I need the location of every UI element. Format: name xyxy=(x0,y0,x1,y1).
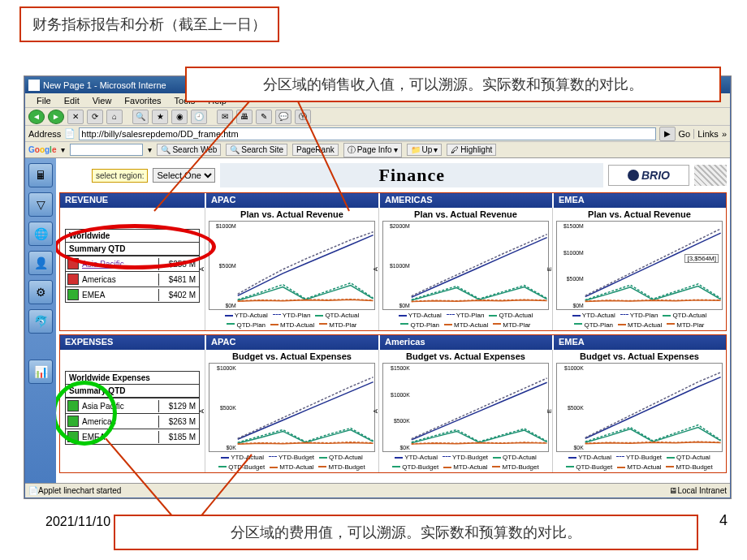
sidebar-globe-icon[interactable]: 🌐 xyxy=(28,222,53,246)
print-button[interactable]: 🖶 xyxy=(236,110,253,124)
legend-item: QTD-Budget xyxy=(566,463,612,472)
home-button[interactable]: ⌂ xyxy=(106,110,123,124)
legend-item: YTD-Actual xyxy=(221,454,264,462)
table-row: Americas $481 M xyxy=(66,271,199,286)
legend-item: QTD-Plan xyxy=(574,321,613,330)
legend-item: QTD-Actual xyxy=(493,454,537,462)
sidebar-funnel-icon[interactable]: ▽ xyxy=(28,192,53,217)
table-row: Asia Pacific $129 M xyxy=(66,398,199,413)
region-select[interactable]: Select One xyxy=(153,168,215,183)
google-search-dropdown-icon[interactable]: ▾ xyxy=(148,145,152,154)
revenue-emea-value: $402 M xyxy=(158,289,199,301)
search-site-button[interactable]: 🔍Search Site xyxy=(226,144,287,156)
svg-text:$0K: $0K xyxy=(227,445,237,450)
extra-button[interactable]: Ⓨ xyxy=(295,110,311,124)
ylabel: E xyxy=(546,409,553,413)
links-label[interactable]: Links xyxy=(693,129,719,139)
svg-text:$1000M: $1000M xyxy=(390,263,410,269)
expenses-apac-name: Asia Pacific xyxy=(80,400,158,412)
legend-item: YTD-Plan xyxy=(620,312,658,320)
chart-legend: YTD-ActualYTD-BudgetQTD-ActualQTD-Budget… xyxy=(382,454,549,471)
status-indicator-red xyxy=(67,258,79,269)
revenue-header-americas: AMERICAS xyxy=(378,193,552,208)
chart-legend: YTD-ActualYTD-PlanQTD-ActualQTD-PlanMTD-… xyxy=(556,312,723,329)
sidebar-chart-icon[interactable]: 📊 xyxy=(28,360,53,384)
legend-item: QTD-Plan xyxy=(227,321,266,330)
svg-text:$0K: $0K xyxy=(574,445,585,450)
up-button[interactable]: 📁Up▾ xyxy=(407,144,443,156)
legend-item: MTD-Actual xyxy=(618,321,662,330)
highlight-button[interactable]: 🖊Highlight xyxy=(447,144,496,156)
search-web-button[interactable]: 🔍Search Web xyxy=(157,144,221,156)
legend-item: MTD-Plar xyxy=(493,321,530,330)
refresh-button[interactable]: ⟳ xyxy=(87,110,103,124)
chart-legend: YTD-ActualYTD-PlanQTD-ActualQTD-PlanMTD-… xyxy=(382,312,549,329)
status-text: Applet linechart started xyxy=(38,486,121,495)
address-input[interactable] xyxy=(79,127,655,140)
revenue-americas-value: $481 M xyxy=(158,274,199,286)
chart-title: Plan vs. Actual Revenue xyxy=(556,209,723,219)
legend-item: MTD-Budget xyxy=(492,463,538,472)
menu-file[interactable]: File xyxy=(30,96,58,106)
media-button[interactable]: ◉ xyxy=(171,110,188,124)
sidebar-gears-icon[interactable]: ⚙ xyxy=(28,280,53,304)
stop-button[interactable]: ✕ xyxy=(67,110,84,124)
menu-view[interactable]: View xyxy=(86,96,119,106)
status-zone-icon: 🖥 xyxy=(669,486,677,495)
page-info-button[interactable]: ⓘPage Info▾ xyxy=(343,143,402,157)
menu-favorites[interactable]: Favorites xyxy=(118,96,167,106)
statusbar: 📄 Applet linechart started 🖥 Local Intra… xyxy=(25,483,730,498)
legend-item: QTD-Actual xyxy=(663,312,706,320)
go-button[interactable]: ▶ xyxy=(659,127,676,141)
legend-item: MTD-Actual xyxy=(270,321,314,330)
search-button[interactable]: 🔍 xyxy=(132,110,149,124)
chart-title: Budget vs. Actual Expenses xyxy=(209,351,375,361)
google-search-input[interactable] xyxy=(70,144,143,156)
annotation-bottom: 分区域的费用值，可以溯源。实际数和预算数的对比。 xyxy=(114,515,698,550)
expenses-header-apac: APAC xyxy=(205,335,378,350)
svg-text:$1000M: $1000M xyxy=(216,223,236,229)
mail-button[interactable]: ✉ xyxy=(217,110,233,124)
chart-title: Budget vs. Actual Expenses xyxy=(382,351,549,361)
window-title: New Page 1 - Microsoft Interne xyxy=(43,80,166,90)
legend-item: MTD-Actual xyxy=(444,321,488,330)
ylabel: A xyxy=(198,409,205,413)
address-label: Address xyxy=(28,129,61,139)
legend-item: QTD-Actual xyxy=(319,454,363,462)
links-chevron-icon[interactable]: » xyxy=(722,129,727,139)
svg-text:$2000M: $2000M xyxy=(390,223,410,229)
svg-text:$500K: $500K xyxy=(220,405,236,411)
revenue-section: REVENUE APAC AMERICAS EMEA Worldwide Sum… xyxy=(59,192,727,331)
expenses-emea-value: $185 M xyxy=(158,431,199,443)
legend-item: YTD-Actual xyxy=(395,454,438,462)
sidebar-calculator-icon[interactable]: 🖩 xyxy=(28,163,53,187)
google-dropdown-icon[interactable]: ▾ xyxy=(61,145,65,154)
svg-text:$1000M: $1000M xyxy=(563,250,584,256)
page-title: Finance xyxy=(220,163,603,187)
forward-button[interactable]: ► xyxy=(48,110,64,124)
link-asia-pacific[interactable]: Asia Pacific xyxy=(82,260,124,269)
edit-button[interactable]: ✎ xyxy=(256,110,272,124)
menu-edit[interactable]: Edit xyxy=(58,96,86,106)
table-row: Americas $263 M xyxy=(66,413,199,429)
back-button[interactable]: ◄ xyxy=(28,110,45,124)
legend-item: QTD-Budget xyxy=(218,463,265,472)
brio-logo: BRIO xyxy=(608,165,689,186)
legend-item: MTD-Plar xyxy=(667,321,704,330)
pagerank-button[interactable]: PageRank xyxy=(292,144,339,156)
favorites-button[interactable]: ★ xyxy=(152,110,168,124)
expenses-summary-table: Worldwide Expenses Summary QTD Asia Paci… xyxy=(65,371,200,445)
legend-item: MTD-Budget xyxy=(666,463,712,472)
history-button[interactable]: 🕘 xyxy=(191,110,207,124)
google-toolbar: Google ▾ ▾ 🔍Search Web 🔍Search Site Page… xyxy=(25,142,730,158)
revenue-emea-name: EMEA xyxy=(80,289,158,301)
sidebar-whale-icon[interactable]: 🐬 xyxy=(28,309,53,334)
sidebar-person-icon[interactable]: 👤 xyxy=(28,251,53,275)
chart-legend: YTD-ActualYTD-BudgetQTD-ActualQTD-Budget… xyxy=(209,454,375,471)
expenses-apac-value: $129 M xyxy=(158,400,199,412)
expenses-header-americas: Americas xyxy=(378,335,552,350)
legend-item: MTD-Actual xyxy=(617,463,661,472)
discuss-button[interactable]: 💬 xyxy=(275,110,291,124)
status-indicator-green xyxy=(67,416,79,427)
legend-item: YTD-Actual xyxy=(568,454,611,462)
